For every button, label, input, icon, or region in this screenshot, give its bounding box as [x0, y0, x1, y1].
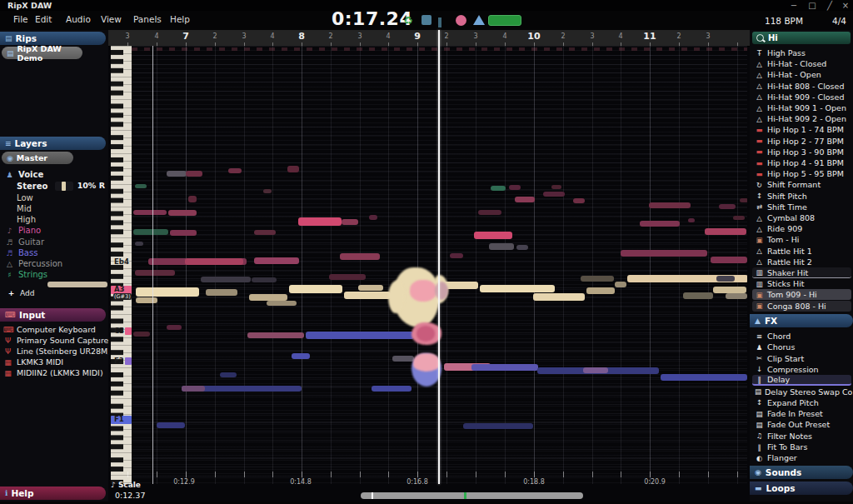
note[interactable] [306, 332, 414, 339]
note[interactable] [135, 242, 143, 246]
sound-ride-909[interactable]: △Ride 909 [752, 223, 851, 234]
note[interactable] [615, 282, 626, 287]
fx-expand-pitch[interactable]: ↕Expand Pitch [752, 397, 851, 408]
note[interactable] [372, 386, 412, 392]
note[interactable] [509, 185, 521, 190]
add-layer-button[interactable]: +Add [7, 287, 34, 298]
sound-cymbal-808[interactable]: △Cymbal 808 [752, 212, 851, 223]
sound-tom-hi[interactable]: ▣Tom - Hi [752, 234, 851, 245]
stereo-pan-fader[interactable] [55, 182, 73, 191]
note[interactable] [263, 189, 272, 193]
note[interactable] [170, 230, 197, 236]
timeline-ruler[interactable]: 34723482349234102341123 [108, 30, 750, 47]
fx-delay[interactable]: ‖Delay [752, 375, 851, 386]
unpitched-audio-blob[interactable] [417, 326, 435, 342]
highlighted-key[interactable] [125, 357, 132, 365]
sound-hip-hop-3-90-bpm[interactable]: ▬Hip Hop 3 - 90 BPM [752, 147, 851, 157]
menu-help[interactable]: Help [170, 14, 190, 24]
piano-roll[interactable]: 34723482349234102341123 Eb4A3(G#3)C3F2F1… [108, 30, 750, 502]
sound-hi-hat-closed[interactable]: △Hi-Hat - Closed [752, 58, 851, 69]
note[interactable] [392, 356, 414, 362]
layer-row-piano[interactable]: ♪Piano [5, 225, 41, 236]
sound-rattle-hit-1[interactable]: △Rattle Hit 1 [752, 246, 851, 257]
note[interactable] [254, 230, 276, 235]
search-bar[interactable]: Hi [752, 32, 851, 44]
piano-keys[interactable]: Eb4A3(G#3)C3F2F1 [111, 46, 132, 484]
layer-master[interactable]: ◉Master [2, 152, 73, 164]
sound-high-pass[interactable]: ŦHigh Pass [752, 47, 851, 58]
note[interactable] [254, 257, 299, 264]
layer-row-mid[interactable]: Mid [17, 203, 32, 214]
note[interactable] [471, 364, 538, 371]
fx-fade-out-preset[interactable]: ▤Fade Out Preset [752, 419, 851, 430]
note[interactable] [711, 257, 747, 263]
note[interactable] [369, 215, 377, 220]
note[interactable] [342, 219, 358, 225]
note[interactable] [167, 171, 187, 177]
input-item[interactable]: ▦LKMK3 MIDI [3, 357, 63, 367]
note[interactable] [726, 293, 747, 299]
horizontal-scrollbar[interactable] [361, 492, 583, 499]
panel-header-help[interactable]: ℹHelp [0, 487, 106, 500]
note[interactable] [133, 332, 150, 337]
sound-hi-hat-909-closed[interactable]: △Hi-Hat 909 - Closed [752, 92, 851, 102]
playhead[interactable] [438, 30, 440, 484]
note[interactable] [287, 166, 299, 172]
panel-header-fx[interactable]: ▲FX [750, 314, 853, 327]
sound-shift-time[interactable]: ⇄Shift Time [752, 202, 851, 212]
note[interactable] [358, 285, 383, 291]
unpitched-audio-blob[interactable] [413, 353, 440, 372]
note[interactable] [740, 198, 747, 202]
note[interactable] [705, 228, 746, 235]
play-button[interactable] [473, 15, 485, 25]
note[interactable] [292, 353, 310, 359]
note[interactable] [688, 218, 695, 222]
sound-hi-hat-open[interactable]: △Hi-Hat - Open [752, 69, 851, 80]
input-item[interactable]: ▦MIDIIN2 (LKMK3 MIDI) [3, 367, 103, 378]
note[interactable] [206, 289, 237, 296]
note[interactable] [478, 210, 501, 215]
menu-file[interactable]: File [13, 14, 28, 24]
note[interactable] [661, 374, 747, 381]
note[interactable] [136, 287, 199, 297]
note[interactable] [533, 293, 585, 301]
sound-rattle-hit-2[interactable]: △Rattle Hit 2 [752, 257, 851, 267]
fx-chord[interactable]: ≡Chord [752, 331, 851, 342]
note[interactable] [186, 171, 202, 177]
note[interactable] [135, 270, 175, 276]
maximize-icon[interactable]: □ [806, 1, 818, 10]
note[interactable] [516, 245, 528, 250]
fx-fade-in-preset[interactable]: ▤Fade In Preset [752, 408, 851, 419]
fx-filter-notes[interactable]: ♫Filter Notes [752, 431, 851, 442]
note[interactable] [267, 301, 297, 306]
note[interactable] [450, 253, 463, 258]
menu-view[interactable]: View [101, 14, 122, 24]
input-item[interactable]: ΨLine (Steinberg UR28M) [3, 346, 111, 357]
layer-row-low[interactable]: Low [17, 192, 33, 203]
unpitched-audio-blob[interactable] [435, 282, 448, 300]
rip-item[interactable]: ▤RipX DAW Demo [2, 47, 82, 59]
input-item[interactable]: ΨPrimary Sound Capture ... [3, 335, 119, 346]
note[interactable] [185, 258, 243, 265]
note[interactable] [228, 168, 242, 173]
fx-compression[interactable]: ↓Compression [752, 364, 851, 375]
sound-shaker-hit[interactable]: ▥Shaker Hit [752, 267, 851, 278]
note[interactable] [716, 276, 735, 282]
note[interactable] [551, 185, 561, 189]
note[interactable] [474, 232, 512, 239]
note[interactable] [168, 210, 197, 216]
note[interactable] [298, 217, 342, 226]
sound-hi-hat-808-closed[interactable]: △Hi-Hat 808 - Closed [752, 81, 851, 92]
note[interactable] [733, 216, 745, 220]
note[interactable] [340, 253, 380, 260]
fx-delay-stereo-swap-co-[interactable]: ▤Delay Stereo Swap Co... [752, 387, 851, 397]
pause-button[interactable] [438, 15, 448, 25]
note[interactable] [157, 422, 185, 428]
layer-row-stereo[interactable]: Stereo [17, 181, 47, 192]
note[interactable] [515, 197, 535, 202]
input-item[interactable]: ⌨Computer Keyboard [3, 324, 96, 335]
panel-header-input[interactable]: ⌨Input [0, 308, 106, 322]
close-icon[interactable]: × [840, 1, 851, 10]
scale-label-box[interactable]: ♪ Scale [111, 481, 141, 489]
sound-conga-808-hi[interactable]: ▣Conga 808 - Hi [752, 301, 851, 312]
